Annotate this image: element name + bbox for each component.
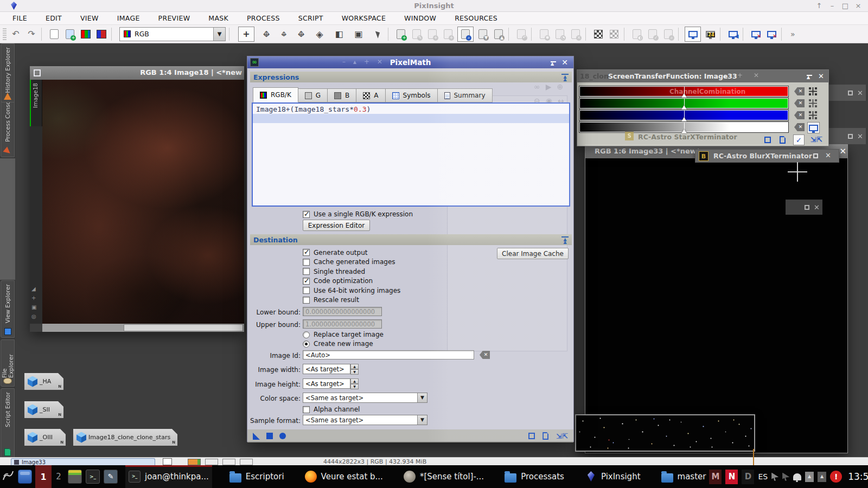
expression-editor[interactable]: Image18+(Image18_stars*0.3) (252, 102, 570, 207)
stf-midtone-marker[interactable] (684, 87, 685, 97)
create-new-option[interactable]: Create new image (303, 340, 373, 348)
spin-down-icon[interactable]: ▼ (350, 369, 359, 375)
workspace-thumb[interactable] (240, 459, 253, 465)
process-settings-icon[interactable]: ✱ (538, 28, 551, 41)
sidebar-tab-view-explorer[interactable]: View Explorer (1, 280, 15, 338)
stf-link-icon[interactable] (808, 99, 818, 108)
star-image-window[interactable] (575, 414, 755, 452)
image-id-input[interactable]: <Auto> (303, 350, 474, 359)
image18-hscrollbar[interactable] (42, 324, 244, 332)
single-rgbk-option[interactable]: Use a single RGB/K expression (303, 210, 413, 218)
destination-option[interactable]: Use 64-bit working images (303, 286, 482, 296)
new-window-icon[interactable]: + (63, 28, 76, 41)
close-icon[interactable]: × (853, 1, 864, 11)
image18-side-tab[interactable]: Image18 (30, 80, 42, 126)
menu-item[interactable]: MASK (208, 14, 228, 22)
removable-media-icon[interactable]: ▲ (805, 472, 814, 482)
menu-item[interactable]: SCRIPT (298, 14, 323, 22)
maximize-icon[interactable] (813, 153, 818, 158)
execute-icon[interactable]: ✓ (793, 134, 805, 145)
expression-tab[interactable]: Symbols (386, 88, 438, 102)
undo-icon[interactable]: ↶ (9, 28, 22, 41)
taskbar-task[interactable]: Processats (501, 465, 567, 488)
create-new-radio[interactable] (303, 341, 310, 348)
browse-documentation-icon[interactable] (780, 136, 786, 144)
destination-option[interactable]: Rescale result (303, 296, 482, 305)
sample-format-select[interactable]: <Same as target> ▼ (303, 415, 427, 425)
image-mask-icon[interactable] (95, 28, 108, 41)
process-timer-icon[interactable]: ◔ (553, 28, 566, 41)
notifications-bell-icon[interactable] (793, 473, 801, 480)
sidebar-tab-history-explorer[interactable]: History Explorer (1, 43, 15, 102)
stf-auto-stretch-icon[interactable] (685, 27, 701, 42)
stf-red-slider[interactable]: ChannelCombination (579, 86, 788, 97)
taskbar-task[interactable]: PixInsight (582, 465, 644, 488)
blurx-window-titlebar[interactable]: B RC-Astro BlurXTerminator ✕ (695, 149, 839, 163)
tray-badge-m[interactable]: M (709, 470, 722, 484)
collapse-section-icon[interactable]: ▲▲ (561, 74, 569, 81)
sidebar-tab-file-explorer[interactable]: File Explorer (1, 339, 15, 387)
option-checkbox[interactable] (303, 249, 310, 256)
cursor-icon[interactable] (372, 28, 385, 41)
target-icon[interactable]: ◎ (31, 313, 36, 319)
contract-icon[interactable]: ⇲⇱ (810, 136, 822, 144)
menu-item[interactable]: PROCESS (247, 14, 280, 22)
image-tab-image33[interactable]: Image33 (11, 458, 155, 465)
image18-edge-icons[interactable]: ◢ + ▣ ◎ (31, 286, 36, 319)
sidebar-tab-script-editor[interactable]: Script Editor (1, 388, 15, 459)
alert-status-icon[interactable]: ! (830, 471, 842, 483)
expression-tab[interactable]: RGB/K (253, 87, 298, 102)
pointer-tray-icon[interactable] (782, 473, 789, 481)
workspace-switch-1[interactable]: 1 (35, 465, 52, 488)
close-icon[interactable]: ✕ (825, 151, 831, 159)
process-explorer-icon[interactable]: ⌕ (457, 27, 474, 42)
stf-midtone-marker[interactable] (684, 111, 685, 121)
redo-icon[interactable]: ↷ (25, 28, 38, 41)
menu-item[interactable]: WORKSPACE (342, 14, 386, 22)
new-instance-icon[interactable] (764, 137, 771, 143)
option-checkbox[interactable] (303, 278, 310, 285)
new-instance-icon[interactable] (253, 433, 260, 440)
keyboard-layout-indicator[interactable]: ES (758, 472, 768, 481)
expression-tab[interactable]: A (356, 88, 385, 102)
revert-process-icon[interactable]: ↶ (515, 28, 528, 41)
taskbar-task[interactable]: *[Sense títol]-... (400, 465, 487, 488)
stf-green-slider[interactable] (579, 98, 788, 108)
mask-enable-icon[interactable]: ✓ (646, 28, 659, 41)
replace-target-option[interactable]: Replace target image (303, 331, 384, 338)
process-cancel-icon[interactable]: × (569, 28, 582, 41)
fit-icon[interactable]: + (31, 295, 36, 301)
image18-hscroll-thumb[interactable] (124, 324, 243, 331)
toolbar-grip[interactable] (3, 28, 7, 40)
image-mode-icon[interactable] (79, 28, 92, 41)
package-manager-icon[interactable] (68, 470, 82, 484)
collapse-section-icon[interactable]: ▲▲ (561, 236, 569, 243)
editor-launcher-icon[interactable]: ✎ (104, 470, 118, 484)
mask-show-icon[interactable] (592, 28, 605, 41)
close-icon[interactable]: ✕ (818, 72, 824, 80)
process-new-icon[interactable]: + (394, 28, 407, 41)
readout-mode-icon[interactable]: + (238, 27, 254, 42)
stf-reset-channel-icon[interactable]: ✕ (794, 87, 805, 95)
reset-icon[interactable]: ⇲⇱ (556, 432, 568, 440)
stf-24bit-icon[interactable]: 24 (704, 28, 717, 41)
maximize-icon[interactable] (848, 91, 853, 95)
destination-option[interactable]: Code optimization (303, 277, 482, 286)
pixelmath-titlebar[interactable]: ∞ PixelMath –▴+✕ ▲ ✕ (247, 56, 573, 68)
window-list-icon[interactable] (18, 470, 32, 484)
close-icon[interactable]: ✕ (857, 132, 863, 140)
stf-blue-slider[interactable] (579, 110, 788, 120)
window-mode-icon[interactable] (34, 69, 41, 76)
process-history-icon[interactable]: + (426, 28, 439, 41)
expression-tab[interactable]: G (298, 88, 328, 102)
process-edit-icon[interactable]: ✎ (410, 28, 423, 41)
option-checkbox[interactable] (303, 268, 310, 275)
realtime-preview-icon[interactable] (279, 433, 286, 439)
tray-badge-n[interactable]: N (725, 470, 738, 484)
removable-media-icon[interactable]: ▲ (818, 472, 826, 482)
mask-remove-icon[interactable] (608, 28, 621, 41)
taskbar-task[interactable]: Escriptori (226, 465, 288, 488)
spin-down-icon[interactable]: ▼ (350, 384, 359, 389)
stf-reset-icon[interactable]: ✕ (749, 28, 762, 41)
pointer-tray-icon[interactable] (771, 473, 778, 481)
